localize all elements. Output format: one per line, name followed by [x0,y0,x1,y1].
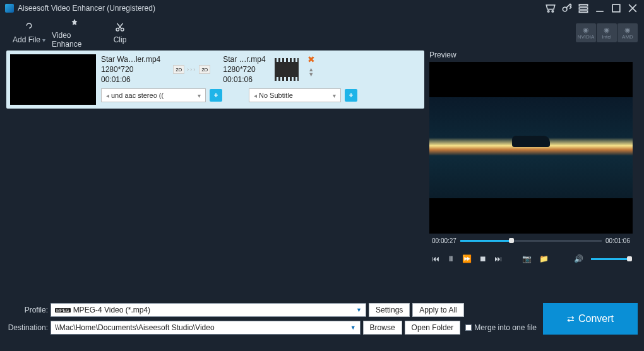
gpu-nvidia-badge: ◉NVIDIA [576,23,596,42]
menu-icon[interactable] [577,2,590,15]
video-enhance-button[interactable]: Video Enhance [52,17,97,49]
titlebar: Aiseesoft Video Enhancer (Unregistered) [0,0,644,16]
settings-button[interactable]: Settings [369,303,410,317]
svg-point-0 [547,11,549,13]
preview-video [429,62,633,234]
enhance-icon [69,17,80,28]
add-file-button[interactable]: Add File▾ [6,21,52,44]
open-folder-button[interactable]: Open Folder [405,321,461,335]
svg-rect-4 [579,8,587,9]
add-audio-button[interactable]: + [210,89,222,102]
open-snapshot-folder-button[interactable]: 📁 [539,254,549,263]
output-filename: Star …r.mp4 [223,54,265,64]
subtitle-select[interactable]: ◂No Subtitle▾ [249,88,341,102]
pause-button[interactable]: ⏸ [447,254,455,263]
svg-point-2 [563,7,567,11]
svg-rect-3 [579,4,587,6]
preview-controls: ⏮ ⏸ ⏩ ⏹ ⏭ 📷 📁 🔊 [429,248,633,263]
profile-select[interactable]: MPEG MPEG-4 Video (*.mp4) ▼ [51,303,366,317]
app-title: Aiseesoft Video Enhancer (Unregistered) [18,4,155,13]
merge-checkbox[interactable]: Merge into one file [465,323,537,332]
preview-label: Preview [429,51,633,59]
preview-timeline: 00:00:27 00:01:06 [429,234,633,248]
destination-input[interactable]: \\Mac\Home\Documents\Aiseesoft Studio\Vi… [51,321,361,335]
preview-panel: Preview 00:00:27 00:01:06 ⏮ ⏸ ⏩ ⏹ ⏭ 📷 📁 … [429,51,633,300]
format-icon: MPEG [55,308,71,312]
source-meta: Star Wa…ler.mp4 1280*720 00:01:06 [101,54,160,85]
video-enhance-label: Video Enhance [52,31,97,49]
checkbox-icon [465,324,472,331]
output-resolution: 1280*720 [223,64,265,74]
destination-label: Destination: [6,323,48,332]
volume-slider[interactable] [591,258,630,260]
gpu-intel-badge: ◉Intel [597,23,617,42]
convert-icon: ⇄ [567,314,575,324]
next-button[interactable]: ⏭ [494,254,502,263]
clip-label: Clip [114,35,127,44]
maximize-icon[interactable] [610,2,623,15]
file-list-panel: Star Wa…ler.mp4 1280*720 00:01:06 2D ›››… [6,51,424,300]
time-total: 00:01:06 [605,237,630,244]
file-item[interactable]: Star Wa…ler.mp4 1280*720 00:01:06 2D ›››… [6,51,424,109]
stop-button[interactable]: ⏹ [479,254,487,263]
move-down-button[interactable]: ▼ [308,72,314,77]
source-filename: Star Wa…ler.mp4 [101,54,160,64]
volume-icon[interactable]: 🔊 [574,254,583,263]
add-file-icon [23,21,35,33]
close-icon[interactable] [626,2,639,15]
svg-rect-5 [579,11,587,12]
browse-button[interactable]: Browse [363,321,402,335]
key-icon[interactable] [561,2,573,15]
svg-point-1 [552,11,554,13]
file-thumbnail [10,54,96,105]
minimize-icon[interactable] [593,2,606,15]
convert-button[interactable]: ⇄ Convert [543,303,638,335]
output-meta: Star …r.mp4 1280*720 00:01:06 [223,54,265,85]
gpu-amd-badge: ◉AMD [617,23,638,42]
delete-item-button[interactable]: ✖ [307,54,315,64]
clip-button[interactable]: Clip [97,21,143,44]
main-toolbar: Add File▾ Video Enhance Clip ◉NVIDIA ◉In… [0,16,644,48]
svg-rect-7 [612,4,620,12]
time-current: 00:00:27 [432,237,456,244]
app-logo-icon [5,4,14,13]
dimension-convert-icon[interactable]: 2D ››› 2D [173,65,210,74]
cart-icon[interactable] [544,2,557,15]
bottom-bar: Profile: MPEG MPEG-4 Video (*.mp4) ▼ Set… [0,300,644,341]
audio-track-select[interactable]: ◂und aac stereo ((▾ [101,88,206,102]
snapshot-button[interactable]: 📷 [522,254,532,263]
add-subtitle-button[interactable]: + [345,89,357,102]
source-resolution: 1280*720 [101,64,160,74]
fastforward-button[interactable]: ⏩ [462,254,472,263]
output-duration: 00:01:06 [223,74,265,85]
source-duration: 00:01:06 [101,74,160,85]
prev-button[interactable]: ⏮ [432,254,439,263]
apply-all-button[interactable]: Apply to All [412,303,463,317]
add-file-label: Add File [13,35,40,44]
film-icon [275,58,299,81]
preview-frame-image [429,97,633,198]
seek-slider[interactable] [460,240,602,242]
profile-label: Profile: [6,306,48,314]
clip-icon [114,21,126,33]
